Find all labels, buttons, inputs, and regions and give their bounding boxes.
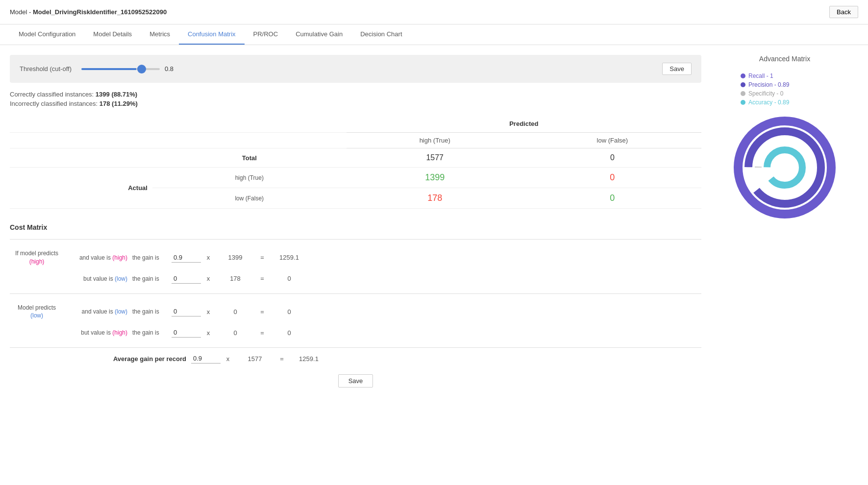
- classification-stats: Correctly classified instances: 1399 (88…: [10, 91, 701, 107]
- correctly-classified: Correctly classified instances: 1399 (88…: [10, 91, 701, 98]
- legend-recall: Recall - 1: [741, 73, 789, 79]
- cost-row-high-low: but value is (low) the gain is x 178 = 0: [10, 270, 701, 288]
- cost-input-high-low[interactable]: [172, 274, 201, 284]
- tab-model-details[interactable]: Model Details: [84, 24, 141, 45]
- back-button[interactable]: Back: [829, 6, 858, 18]
- avg-input[interactable]: [191, 354, 221, 364]
- specificity-label: Specificity - 0: [748, 90, 783, 97]
- tab-confusion-matrix[interactable]: Confusion Matrix: [179, 24, 245, 45]
- tab-pr-roc[interactable]: PR/ROC: [245, 24, 287, 45]
- cost-input-low-low[interactable]: [172, 307, 201, 316]
- svg-point-3: [767, 150, 802, 185]
- cost-section-high: If model predicts (high) and value is (h…: [10, 239, 701, 293]
- donut-svg: [731, 114, 839, 221]
- predicted-header: Predicted: [347, 115, 701, 133]
- recall-dot: [741, 73, 745, 78]
- header-title: Model - Model_DrivingRiskIdentifier_1610…: [10, 8, 167, 16]
- left-panel: Threshold (cut-off) 0.8 Save Correctly c…: [10, 55, 701, 388]
- legend-accuracy: Accuracy - 0.89: [741, 99, 789, 106]
- recall-label: Recall - 1: [748, 73, 773, 79]
- bottom-save-area: Save: [10, 374, 701, 388]
- right-panel: Advanced Matrix Recall - 1 Precision - 0…: [711, 55, 858, 388]
- cost-row-high-high: If model predicts (high) and value is (h…: [10, 245, 701, 270]
- accuracy-label: Accuracy - 0.89: [748, 99, 789, 106]
- title-model: Model_DrivingRiskIdentifier_161095252209…: [33, 8, 167, 16]
- donut-chart: [731, 114, 839, 221]
- slider-container: 0.8: [81, 65, 652, 73]
- threshold-save-button[interactable]: Save: [662, 63, 692, 75]
- threshold-label: Threshold (cut-off): [20, 65, 72, 73]
- tab-cumulative-gain[interactable]: Cumulative Gain: [287, 24, 351, 45]
- specificity-dot: [741, 91, 745, 96]
- threshold-value: 0.8: [165, 65, 179, 73]
- total-row: Total 1577 0: [10, 148, 701, 168]
- title-prefix: Model -: [10, 8, 33, 16]
- tab-model-configuration[interactable]: Model Configuration: [10, 24, 84, 45]
- legend-precision: Precision - 0.89: [741, 81, 789, 88]
- accuracy-dot: [741, 100, 745, 105]
- cost-section-low: Model predicts (low) and value is (low) …: [10, 293, 701, 348]
- cost-row-low-low: Model predicts (low) and value is (low) …: [10, 300, 701, 324]
- confusion-matrix-table: Predicted high (True) low (False) Total …: [10, 115, 701, 209]
- cost-row-low-high: but value is (high) the gain is x 0 = 0: [10, 324, 701, 341]
- incorrectly-classified: Incorrectly classified instances: 178 (1…: [10, 100, 701, 107]
- col-low: low (False): [523, 133, 701, 148]
- cost-matrix-title: Cost Matrix: [10, 223, 701, 231]
- header: Model - Model_DrivingRiskIdentifier_1610…: [0, 0, 868, 24]
- threshold-bar: Threshold (cut-off) 0.8 Save: [10, 55, 701, 83]
- tab-decision-chart[interactable]: Decision Chart: [351, 24, 411, 45]
- threshold-slider[interactable]: [81, 68, 160, 70]
- precision-dot: [741, 82, 745, 87]
- bottom-save-button[interactable]: Save: [338, 374, 373, 388]
- legend-specificity: Specificity - 0: [741, 90, 789, 97]
- cost-input-high-high[interactable]: [172, 253, 201, 263]
- cost-matrix-section: Cost Matrix If model predicts (high) and…: [10, 223, 701, 388]
- main-content: Threshold (cut-off) 0.8 Save Correctly c…: [0, 45, 868, 397]
- actual-high-row: Actual high (True) 1399 0: [10, 168, 701, 188]
- advanced-matrix-legend: Recall - 1 Precision - 0.89 Specificity …: [741, 73, 789, 106]
- tab-metrics[interactable]: Metrics: [141, 24, 179, 45]
- precision-label: Precision - 0.89: [748, 81, 789, 88]
- cost-input-low-high[interactable]: [172, 328, 201, 338]
- advanced-matrix-title: Advanced Matrix: [759, 55, 810, 63]
- average-gain-row: Average gain per record x 1577 = 1259.1: [10, 347, 701, 369]
- col-high: high (True): [347, 133, 523, 148]
- tab-bar: Model Configuration Model Details Metric…: [0, 24, 868, 45]
